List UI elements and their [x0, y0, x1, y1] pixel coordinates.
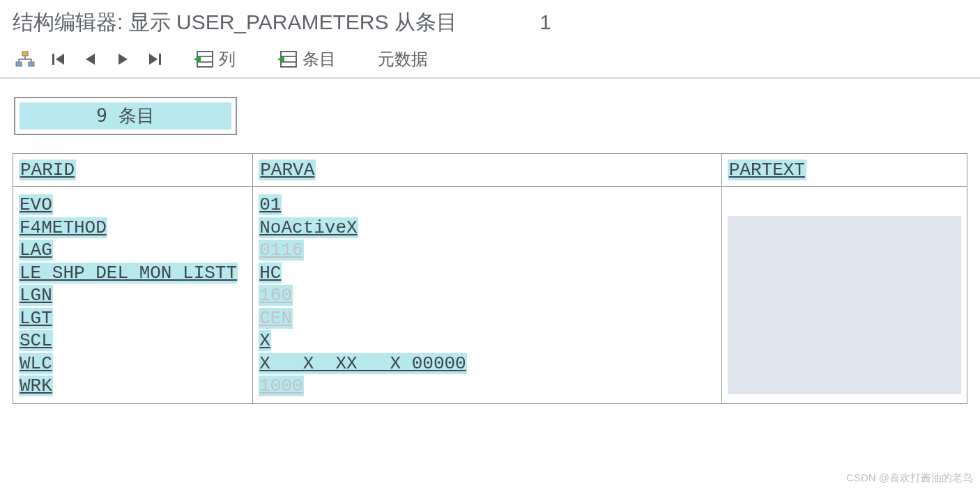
parva-value[interactable]: NoActiveX [259, 217, 715, 240]
partext-value[interactable] [728, 194, 961, 216]
svg-marker-11 [149, 54, 158, 65]
parva-value[interactable]: X X XX X 00000 [259, 352, 715, 375]
parva-value[interactable]: HC [259, 262, 715, 285]
parva-value[interactable]: 160 [259, 284, 715, 307]
insert-column-icon [194, 50, 215, 68]
title-prefix: 结构编辑器: 显示 [13, 10, 176, 33]
column-button[interactable]: 列 [191, 47, 238, 72]
svg-rect-7 [52, 54, 54, 65]
first-button[interactable] [47, 49, 70, 69]
next-icon [114, 51, 131, 68]
next-button[interactable] [112, 49, 134, 69]
parva-value[interactable]: 1000 [259, 375, 715, 398]
svg-rect-12 [159, 54, 161, 65]
entry-count-value: 9 [96, 105, 107, 126]
partext-value[interactable] [728, 372, 961, 394]
parid-value[interactable]: SCL [19, 329, 247, 352]
partext-value[interactable] [728, 238, 961, 261]
entry-button[interactable]: 条目 [275, 47, 339, 72]
last-button[interactable] [144, 49, 166, 69]
entry-count-label: 条目 [118, 105, 155, 126]
parid-value[interactable]: LGT [19, 307, 247, 330]
svg-rect-6 [29, 62, 34, 66]
partext-cell [721, 187, 967, 404]
parid-value[interactable]: WRK [19, 375, 247, 398]
insert-entry-icon [277, 50, 298, 68]
parva-value[interactable]: 01 [259, 194, 715, 217]
page-title: 结构编辑器: 显示 USER_PARAMETERS 从条目 1 [0, 0, 980, 42]
svg-marker-9 [86, 54, 95, 65]
column-label: 列 [219, 48, 236, 70]
title-entry-number: 1 [539, 10, 551, 34]
title-struct-name: USER_PARAMETERS [176, 10, 389, 33]
parid-value[interactable]: WLC [19, 352, 247, 375]
entry-count-box: 9 条目 [14, 97, 237, 135]
parid-value[interactable]: F4METHOD [19, 217, 247, 240]
partext-value[interactable] [728, 305, 961, 327]
header-partext[interactable]: PARTEXT [721, 154, 967, 187]
toolbar: 列 条目 元数据 [0, 42, 980, 79]
parva-value[interactable]: 0116 [259, 239, 715, 262]
previous-icon [82, 51, 99, 68]
hierarchy-button[interactable] [13, 49, 38, 69]
hierarchy-icon [15, 51, 35, 68]
title-suffix: 从条目 [389, 10, 457, 33]
svg-rect-0 [22, 52, 28, 56]
parid-value[interactable]: LAG [19, 239, 247, 262]
entry-label: 条目 [303, 48, 336, 70]
parva-value[interactable]: X [259, 329, 715, 352]
partext-value[interactable] [728, 216, 961, 238]
parid-cell: EVOF4METHODLAGLE_SHP_DEL_MON_LISTTLGNLGT… [13, 187, 253, 404]
svg-marker-8 [56, 54, 64, 65]
partext-value[interactable] [728, 261, 961, 283]
header-parid[interactable]: PARID [13, 154, 253, 187]
header-parva[interactable]: PARVA [253, 154, 721, 187]
parameters-table: PARID PARVA PARTEXT EVOF4METHODLAGLE_SHP… [13, 153, 967, 404]
parid-value[interactable]: LE_SHP_DEL_MON_LISTT [19, 262, 247, 285]
parid-value[interactable]: EVO [19, 194, 247, 217]
parid-value[interactable]: LGN [19, 284, 247, 307]
svg-rect-5 [16, 62, 22, 66]
parva-value[interactable]: CEN [259, 307, 715, 330]
first-icon [50, 51, 67, 68]
partext-value[interactable] [728, 327, 961, 350]
metadata-button[interactable]: 元数据 [375, 47, 431, 72]
partext-value[interactable] [728, 350, 961, 372]
last-icon [146, 51, 163, 68]
metadata-label: 元数据 [378, 48, 428, 70]
previous-button[interactable] [79, 49, 102, 69]
partext-value[interactable] [728, 283, 961, 305]
svg-marker-10 [118, 54, 128, 65]
parva-cell: 01NoActiveX0116HC160CENXX X XX X 0000010… [253, 187, 721, 404]
